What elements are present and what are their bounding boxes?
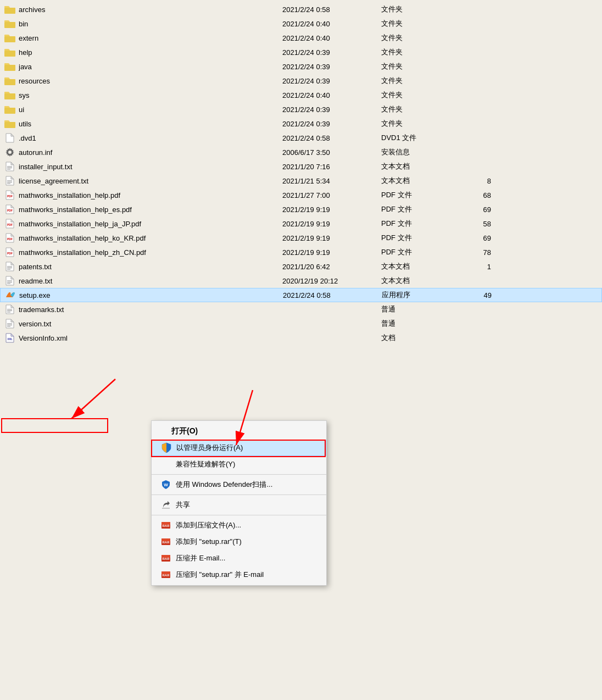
file-name: .dvd1 xyxy=(19,134,282,142)
svg-line-35 xyxy=(71,379,115,419)
file-row[interactable]: java 2021/2/24 0:39 文件夹 xyxy=(0,59,602,74)
file-row[interactable]: utils 2021/2/24 0:39 文件夹 xyxy=(0,116,602,131)
file-date: 2021/2/19 9:19 xyxy=(282,220,381,228)
file-type: PDF 文件 xyxy=(381,219,447,229)
file-row[interactable]: sys 2021/2/24 0:40 文件夹 xyxy=(0,88,602,102)
menu-defender-label: 使用 Windows Defender扫描... xyxy=(176,480,272,490)
menu-rar1-label: 添加到压缩文件(A)... xyxy=(176,520,241,530)
file-size: 69 xyxy=(447,205,491,214)
menu-item-rar4[interactable]: RAR 压缩到 "setup.rar" 并 E-mail xyxy=(152,566,326,583)
file-size: 8 xyxy=(447,177,491,185)
file-type: 文件夹 xyxy=(381,33,447,43)
menu-runas-label: 以管理员身份运行(A) xyxy=(176,443,243,453)
folder-icon xyxy=(4,90,15,101)
svg-rect-7 xyxy=(4,108,15,114)
file-row[interactable]: help 2021/2/24 0:39 文件夹 xyxy=(0,45,602,59)
file-name: help xyxy=(19,48,282,57)
file-list: archives 2021/2/24 0:58 文件夹 bin 2021/2/2… xyxy=(0,0,602,347)
file-size: 1 xyxy=(447,263,491,271)
menu-rar4-label: 压缩到 "setup.rar" 并 E-mail xyxy=(176,570,264,580)
file-type: 文本文档 xyxy=(381,162,447,171)
share-icon xyxy=(160,499,171,510)
rar3-icon: RAR xyxy=(160,553,171,564)
txt-icon xyxy=(4,275,15,286)
file-date: 2021/2/24 0:58 xyxy=(283,291,382,299)
menu-separator-3 xyxy=(152,515,326,515)
file-row[interactable]: PDF mathworks_installation_help_ko_KR.pd… xyxy=(0,231,602,245)
file-size: 68 xyxy=(447,191,491,199)
file-name: bin xyxy=(19,20,282,28)
menu-separator-1 xyxy=(152,474,326,475)
menu-item-share[interactable]: 共享 xyxy=(152,497,326,513)
file-row[interactable]: PDF mathworks_installation_help_zh_CN.pd… xyxy=(0,245,602,259)
file-date: 2021/2/24 0:39 xyxy=(282,48,381,57)
file-row[interactable]: PDF mathworks_installation_help_ja_JP.pd… xyxy=(0,216,602,231)
file-icon xyxy=(4,132,15,143)
file-type: 文档 xyxy=(381,333,447,343)
txt-icon xyxy=(4,161,15,172)
folder-icon xyxy=(4,75,15,86)
menu-item-defender[interactable]: W 使用 Windows Defender扫描... xyxy=(152,476,326,493)
xml-icon: XML xyxy=(4,332,15,343)
file-name: archives xyxy=(19,5,282,14)
file-name: license_agreement.txt xyxy=(19,177,282,185)
file-row[interactable]: ui 2021/2/24 0:39 文件夹 xyxy=(0,102,602,116)
svg-rect-3 xyxy=(4,51,15,57)
setup-exe-highlight-box xyxy=(1,418,108,433)
file-row[interactable]: resources 2021/2/24 0:39 文件夹 xyxy=(0,74,602,88)
txt-icon xyxy=(4,175,15,186)
file-row[interactable]: PDF mathworks_installation_help.pdf 2021… xyxy=(0,188,602,202)
file-name: trademarks.txt xyxy=(19,305,282,314)
file-row[interactable]: .dvd1 2021/2/24 0:58 DVD1 文件 xyxy=(0,131,602,145)
menu-rar3-label: 压缩并 E-mail... xyxy=(176,553,225,563)
file-date: 2021/1/27 7:00 xyxy=(282,191,381,199)
file-row[interactable]: XML VersionInfo.xml 文档 xyxy=(0,331,602,345)
svg-text:PDF: PDF xyxy=(7,209,13,212)
file-row[interactable]: autorun.inf 2006/6/17 3:50 安装信息 xyxy=(0,145,602,159)
rar1-icon: RAR xyxy=(160,520,171,531)
file-row[interactable]: extern 2021/2/24 0:40 文件夹 xyxy=(0,31,602,45)
file-type: 文件夹 xyxy=(381,104,447,114)
file-type: 应用程序 xyxy=(382,290,448,300)
file-name: utils xyxy=(19,120,282,128)
file-row[interactable]: patents.txt 2021/1/20 6:42 文本文档 1 xyxy=(0,259,602,274)
menu-item-compat[interactable]: 兼容性疑难解答(Y) xyxy=(152,456,326,473)
file-row[interactable]: version.txt 普通 xyxy=(0,316,602,331)
file-row[interactable]: bin 2021/2/24 0:40 文件夹 xyxy=(0,16,602,31)
file-row[interactable]: license_agreement.txt 2021/1/21 5:34 文本文… xyxy=(0,174,602,188)
file-type: 文本文档 xyxy=(381,262,447,271)
file-size: 49 xyxy=(448,291,492,299)
menu-item-runas[interactable]: 以管理员身份运行(A) xyxy=(152,440,326,456)
file-type: PDF 文件 xyxy=(381,204,447,214)
folder-icon xyxy=(4,4,15,15)
file-date: 2021/2/19 9:19 xyxy=(282,234,381,242)
menu-item-rar2[interactable]: RAR 添加到 "setup.rar"(T) xyxy=(152,534,326,550)
file-row[interactable]: trademarks.txt 普通 xyxy=(0,302,602,316)
menu-item-open[interactable]: 打开(O) xyxy=(152,423,326,440)
file-row[interactable]: setup.exe 2021/2/24 0:58 应用程序 49 xyxy=(0,288,602,302)
svg-text:PDF: PDF xyxy=(7,237,13,241)
file-name: sys xyxy=(19,91,282,99)
menu-item-rar1[interactable]: RAR 添加到压缩文件(A)... xyxy=(152,517,326,534)
file-type: 文件夹 xyxy=(381,4,447,14)
file-row[interactable]: archives 2021/2/24 0:58 文件夹 xyxy=(0,2,602,16)
file-row[interactable]: PDF mathworks_installation_help_es.pdf 2… xyxy=(0,202,602,216)
txt-icon xyxy=(4,261,15,272)
folder-icon xyxy=(4,104,15,115)
file-date: 2021/2/24 0:39 xyxy=(282,105,381,114)
file-type: 普通 xyxy=(381,319,447,329)
menu-compat-label: 兼容性疑难解答(Y) xyxy=(176,459,235,469)
file-type: 文件夹 xyxy=(381,62,447,71)
pdf-icon: PDF xyxy=(4,247,15,258)
svg-text:PDF: PDF xyxy=(7,252,13,255)
file-date: 2021/1/21 5:34 xyxy=(282,177,381,185)
file-row[interactable]: installer_input.txt 2021/1/20 7:16 文本文档 xyxy=(0,159,602,174)
menu-item-rar3[interactable]: RAR 压缩并 E-mail... xyxy=(152,550,326,566)
file-name: resources xyxy=(19,77,282,85)
svg-rect-5 xyxy=(4,79,15,85)
file-name: mathworks_installation_help_zh_CN.pdf xyxy=(19,248,282,257)
file-date: 2021/2/24 0:39 xyxy=(282,63,381,71)
file-row[interactable]: readme.txt 2020/12/19 20:12 文本文档 xyxy=(0,274,602,288)
svg-rect-6 xyxy=(4,93,15,99)
file-type: 普通 xyxy=(381,304,447,314)
